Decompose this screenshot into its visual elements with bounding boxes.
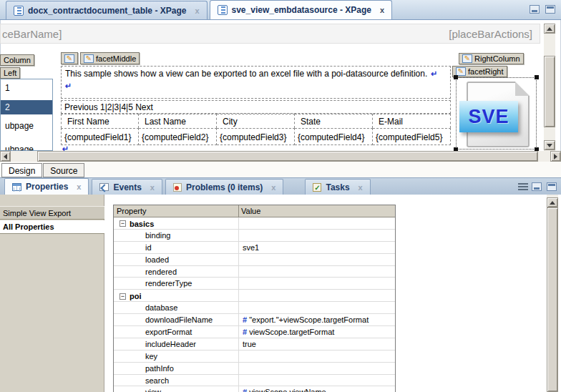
computed-field-cell[interactable]: {computedField4} [295, 128, 373, 145]
sample-description[interactable]: This sample shows how a view can be expo… [61, 66, 451, 99]
property-name: view [114, 386, 238, 392]
computed-field-cell[interactable]: {computedField2} [139, 128, 217, 145]
property-value[interactable] [238, 266, 395, 278]
property-row[interactable]: rendered [114, 266, 395, 278]
property-row[interactable]: downloadFileName#"export."+viewScope.tar… [114, 314, 395, 326]
list-item[interactable]: ubpage [1, 144, 52, 151]
tab-tasks[interactable]: ✓ Tasks x [305, 179, 370, 195]
property-value[interactable] [238, 363, 395, 374]
tag-label: Left [4, 69, 16, 77]
tag-edit[interactable]: ✎ [61, 52, 78, 64]
property-value[interactable] [238, 278, 395, 289]
property-row[interactable]: loaded [114, 254, 395, 266]
close-icon[interactable]: x [150, 183, 155, 192]
right-arrow-icon [554, 154, 557, 160]
property-value[interactable] [238, 254, 395, 265]
property-row[interactable]: search [114, 375, 395, 387]
close-icon[interactable]: x [77, 182, 81, 191]
property-row[interactable]: −poi [114, 290, 395, 302]
list-item[interactable]: ubpage [1, 120, 52, 132]
property-row[interactable]: −basics [114, 217, 395, 230]
close-icon[interactable]: x [271, 183, 275, 192]
pencil-icon: ✎ [84, 54, 94, 63]
scroll-up-button[interactable] [547, 197, 558, 207]
maximize-icon[interactable] [545, 5, 555, 14]
tab-design[interactable]: Design [1, 163, 42, 177]
view-column-header[interactable]: City [217, 114, 295, 128]
sidebar-item-all-properties[interactable]: All Properties [0, 220, 104, 234]
editor-tab-docx-contractdocument-table[interactable]: docx_contractdocument_table - XPage x [6, 1, 208, 19]
collapse-icon[interactable]: − [119, 220, 126, 227]
list-item[interactable]: 1 [1, 82, 52, 94]
tag-facet-right[interactable]: ✎ facetRight [452, 66, 507, 77]
property-value[interactable]: #viewScope.viewName [238, 386, 395, 392]
view-menu-icon[interactable] [518, 183, 528, 190]
maximize-icon[interactable] [547, 182, 557, 191]
collapse-icon[interactable]: − [119, 293, 126, 300]
property-value[interactable]: true [238, 338, 395, 350]
property-row[interactable]: view#viewScope.viewName [114, 386, 395, 392]
computed-field-cell[interactable]: {computedField5} [373, 128, 451, 145]
horizontal-scroll-thumb[interactable] [37, 151, 538, 162]
minimize-icon[interactable] [532, 182, 542, 191]
list-item[interactable]: 2 [1, 100, 52, 114]
view-column-header[interactable]: E-Mail [373, 114, 451, 128]
sidebar-item-simple-view-export[interactable]: Simple View Export [0, 206, 104, 220]
property-value[interactable] [238, 230, 395, 241]
scroll-right-button[interactable] [550, 151, 561, 162]
property-name: −basics [114, 217, 238, 229]
scroll-up-button[interactable] [544, 24, 555, 34]
tag-facet-middle[interactable]: ✎ facetMiddle [80, 52, 140, 64]
vertical-scroll-thumb[interactable] [547, 207, 558, 392]
property-value[interactable] [238, 217, 395, 229]
scroll-left-button[interactable] [0, 151, 11, 162]
property-value[interactable] [238, 290, 395, 301]
tab-source[interactable]: Source [43, 163, 84, 177]
property-row[interactable]: key [114, 351, 395, 363]
property-row[interactable]: exportFormat#viewScope.targetFormat [114, 326, 395, 338]
sve-banner[interactable]: SVE [459, 101, 518, 132]
close-icon[interactable]: x [195, 6, 199, 15]
property-name: id [114, 242, 238, 253]
view-column-header[interactable]: First Name [61, 114, 139, 128]
property-row[interactable]: idsve1 [114, 242, 395, 254]
selection-handle[interactable] [535, 75, 539, 79]
tab-properties[interactable]: Properties x [4, 178, 89, 195]
property-row[interactable]: includeHeadertrue [114, 338, 395, 351]
tag-label: facetMiddle [96, 54, 136, 63]
tag-column[interactable]: Column [0, 54, 34, 66]
property-value[interactable]: #viewScope.targetFormat [238, 326, 395, 338]
property-row[interactable]: database [114, 302, 395, 314]
view-control-table[interactable]: First NameLast NameCityStateE-Mail {comp… [61, 114, 451, 145]
selection-handle[interactable] [454, 75, 458, 79]
placebar-actions[interactable]: [placeBarActions] [449, 28, 532, 40]
close-icon[interactable]: x [380, 6, 384, 14]
property-value[interactable] [238, 302, 395, 313]
placebar: ceBarName] [placeBarActions] [0, 24, 540, 44]
view-column-header[interactable]: State [295, 114, 373, 128]
editor-tab-sve-view-embdatasource[interactable]: sve_view_embdatasource - XPage x [210, 0, 393, 19]
property-row[interactable]: pathInfo [114, 363, 395, 375]
close-icon[interactable]: x [358, 183, 363, 192]
minimize-icon[interactable] [530, 5, 540, 14]
placebar-name[interactable]: ceBarName] [2, 28, 62, 40]
tag-left[interactable]: Left [0, 67, 20, 79]
left-pages-list[interactable]: 12ubpageubpage [0, 79, 53, 151]
property-value[interactable] [238, 351, 395, 362]
property-value[interactable]: sve1 [238, 242, 395, 253]
view-pager[interactable]: Previous 1|2|3|4|5 Next [61, 100, 451, 114]
property-row[interactable]: binding [114, 230, 395, 242]
tag-right-column[interactable]: ✎ RightColumn [459, 53, 524, 64]
property-value[interactable] [238, 375, 395, 386]
view-column-header[interactable]: Last Name [139, 114, 217, 128]
vertical-scroll-thumb[interactable] [544, 56, 555, 127]
property-row[interactable]: rendererType [114, 278, 395, 290]
tab-problems[interactable]: Problems (0 items) x [165, 179, 284, 195]
scroll-down-button[interactable] [544, 140, 555, 150]
computed-field-cell[interactable]: {computedField3} [217, 128, 295, 145]
computed-field-cell[interactable]: {computedField1} [61, 128, 139, 145]
view-table-data-row: {computedField1}{computedField2}{compute… [61, 128, 451, 145]
property-value[interactable]: #"export."+viewScope.targetFormat [238, 314, 395, 325]
pager-text: Previous 1|2|3|4|5 Next [64, 102, 153, 112]
tab-events[interactable]: Events x [92, 179, 162, 195]
